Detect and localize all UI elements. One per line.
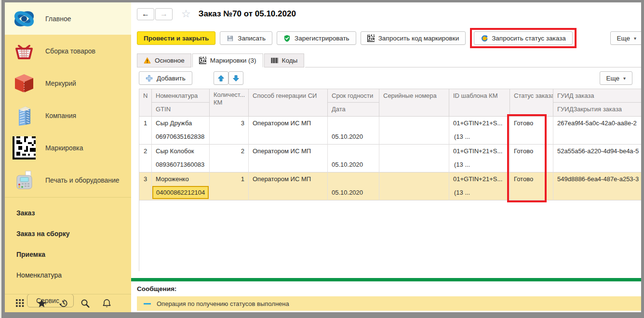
sidebar-item-label: Компания <box>45 112 76 119</box>
favorite-star-icon[interactable]: ☆ <box>181 8 191 20</box>
sidebar-link-priemka[interactable]: Приемка <box>16 251 131 258</box>
sidebar-item-merkuriy[interactable]: Меркурий <box>5 67 131 99</box>
history-icon[interactable] <box>59 299 68 308</box>
warning-icon <box>144 57 151 64</box>
refresh-icon <box>481 35 488 42</box>
tab-bar-filler <box>305 53 641 67</box>
floppy-icon <box>227 35 234 42</box>
bell-icon[interactable] <box>102 299 111 308</box>
messages-label: Сообщения: <box>131 281 641 296</box>
application-window: Главное Сборка товаров Меркурий Компания… <box>5 2 641 312</box>
sidebar-item-label: Меркурий <box>45 80 76 87</box>
more-button-table[interactable]: Еще ▾ <box>600 71 633 85</box>
col-header-quantity[interactable]: Количест... КМ <box>210 89 249 117</box>
back-button[interactable]: ← <box>137 8 154 20</box>
table-toolbar: Добавить Еще ▾ <box>131 67 641 89</box>
arrow-up-icon <box>217 75 225 82</box>
1c-logo-icon <box>13 7 36 30</box>
col-header-nomenclature[interactable]: Номенклатура GTIN <box>152 89 210 117</box>
status-cell: Готово <box>510 172 553 200</box>
add-row-button[interactable]: Добавить <box>139 71 192 85</box>
pos-terminal-icon <box>13 169 36 192</box>
plus-icon <box>146 75 153 82</box>
sidebar-item-glavnoe[interactable]: Главное <box>5 2 131 35</box>
sidebar-item-kompaniya[interactable]: Компания <box>5 99 131 132</box>
col-header-template-id[interactable]: ID шаблона КМ <box>449 89 510 117</box>
tab-bar: Основное Маркировки (3) Коды <box>131 53 641 67</box>
register-button[interactable]: Зарегистрировать <box>277 31 356 45</box>
datamatrix-icon <box>199 57 206 64</box>
sidebar-item-markirovka[interactable]: Маркировка <box>5 132 131 164</box>
sidebar-item-sborka-tovarov[interactable]: Сборка товаров <box>5 35 131 67</box>
post-and-close-button[interactable]: Провести и закрыть <box>137 31 215 45</box>
col-header-method[interactable]: Способ генерации СИ <box>249 89 328 117</box>
tab-markirovki[interactable]: Маркировки (3) <box>192 53 263 67</box>
arrow-down-icon <box>232 75 240 82</box>
chevron-down-icon: ▾ <box>634 36 636 41</box>
move-row-buttons <box>214 71 243 85</box>
shield-icon <box>283 35 291 42</box>
table-row[interactable]: 1 Сыр Дружба06970635162838 3 Оператором … <box>139 117 641 145</box>
building-icon <box>13 104 36 127</box>
save-button[interactable]: Записать <box>220 31 272 45</box>
table-header: N Номенклатура GTIN Количест... КМ Спосо… <box>139 89 641 117</box>
search-icon[interactable] <box>80 299 90 308</box>
move-down-button[interactable] <box>228 71 243 85</box>
barcode-icon <box>271 57 278 64</box>
command-bar: Провести и закрыть Записать Зарегистриро… <box>131 26 641 53</box>
request-marking-code-button[interactable]: Запросить код маркировки <box>361 31 466 45</box>
col-header-n[interactable]: N <box>139 89 152 117</box>
sidebar-link-zakaz[interactable]: Заказ <box>16 209 131 217</box>
datamatrix-icon <box>367 35 375 42</box>
col-header-status[interactable]: Статус заказа <box>510 89 553 117</box>
sidebar-footer-toolbar <box>5 294 131 312</box>
background-window-sliver <box>0 0 1 318</box>
request-order-status-button[interactable]: Запросить статус заказа <box>474 31 573 45</box>
chevron-down-icon: ▾ <box>623 76 626 81</box>
marking-table: N Номенклатура GTIN Количест... КМ Спосо… <box>139 89 641 271</box>
sidebar: Главное Сборка товаров Меркурий Компания… <box>5 2 131 312</box>
move-up-button[interactable] <box>214 71 228 85</box>
col-header-guid[interactable]: ГУИД заказа ГУИДЗакрытия заказа <box>553 89 641 117</box>
message-text: Операция по получению статусов выполнена <box>157 300 289 307</box>
datamatrix-icon <box>13 136 36 159</box>
red-highlight-box-button: Запросить статус заказа <box>470 28 577 48</box>
forward-button[interactable]: → <box>155 8 173 20</box>
tab-kody[interactable]: Коды <box>264 53 305 67</box>
messages-splitter-bar[interactable] <box>131 278 641 281</box>
sidebar-item-pechat-i-oborudovanie[interactable]: Печать и оборудование <box>5 164 131 196</box>
sidebar-item-label: Главное <box>45 15 71 23</box>
page-title: Заказ №70 от 05.10.2020 <box>199 9 296 19</box>
basket-icon <box>13 40 36 63</box>
tab-osnovnoe[interactable]: Основное <box>137 53 191 67</box>
table-row-selected[interactable]: 3 Мороженко04000862212104 1 Оператором И… <box>139 172 641 200</box>
message-item[interactable]: Операция по получению статусов выполнена <box>137 296 641 311</box>
collapse-dash-icon[interactable] <box>144 303 151 305</box>
col-header-serial[interactable]: Серийные номера <box>379 89 449 117</box>
col-header-expiry[interactable]: Срок годности Дата <box>328 89 379 117</box>
focused-gtin-cell[interactable]: 04000862212104 <box>152 186 209 199</box>
sidebar-item-label: Печать и оборудование <box>45 176 120 184</box>
sidebar-link-zakaz-na-sborku[interactable]: Заказ на сборку <box>16 230 131 238</box>
menu-grid-icon[interactable] <box>15 299 25 308</box>
navigation-row: ← → ☆ Заказ №70 от 05.10.2020 <box>131 2 641 26</box>
table-row[interactable]: 2 Сыр Колобок08936071360083 2 Оператором… <box>139 145 641 172</box>
sidebar-links: Заказ Заказ на сборку Приемка Номенклату… <box>5 197 131 307</box>
sidebar-item-label: Маркировка <box>45 144 83 152</box>
star-icon[interactable] <box>37 299 46 308</box>
red-cube-icon <box>13 72 36 95</box>
main-area: ← → ☆ Заказ №70 от 05.10.2020 Провести и… <box>131 2 641 312</box>
status-cell: Готово <box>510 117 553 145</box>
sidebar-item-label: Сборка товаров <box>45 47 95 55</box>
sidebar-link-nomenklatura[interactable]: Номенклатура <box>16 271 131 279</box>
more-button-command-bar[interactable]: Еще ▾ <box>610 31 642 45</box>
status-cell: Готово <box>510 145 553 172</box>
